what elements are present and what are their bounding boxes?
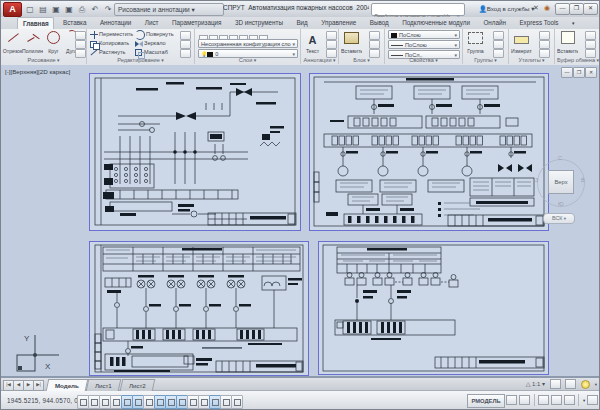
tab-online[interactable]: Онлайн	[479, 17, 511, 28]
schematic-sheet-3[interactable]	[89, 241, 309, 376]
create-block-tool-icon[interactable]	[369, 31, 380, 40]
save-as-icon[interactable]: ▣	[62, 3, 76, 16]
tab-insert[interactable]: Вставка	[59, 17, 91, 28]
viewcube-top-face[interactable]: Верх	[548, 170, 574, 194]
communication-center-icon[interactable]: ◉	[544, 4, 550, 12]
panel-draw-label[interactable]: Рисование	[1, 57, 86, 64]
ellipse-tool-icon[interactable]	[75, 40, 86, 49]
layer-state-dropdown[interactable]: Несохраненная конфигурация сло	[198, 39, 298, 48]
tab-parametric[interactable]: Параметризация	[167, 17, 225, 28]
viewcube[interactable]: С В Ю З Верх ВСК	[535, 155, 587, 227]
panel-annotation-label[interactable]: Аннотации	[301, 57, 338, 64]
mirror-button[interactable]: Зеркало	[135, 39, 166, 47]
quick-calc-tool-icon[interactable]	[539, 40, 550, 49]
panel-modify-label[interactable]: Редактирование	[87, 57, 194, 64]
application-menu-button[interactable]: A	[3, 2, 22, 17]
polyline-button[interactable]: Полилиния	[22, 30, 43, 56]
tab-plugins[interactable]: Подключенные модули	[398, 17, 475, 28]
line-button[interactable]: Отрезок	[2, 30, 23, 56]
schematic-sheet-1[interactable]	[89, 73, 301, 231]
viewcube-south[interactable]: Ю	[558, 201, 564, 207]
open-file-icon[interactable]: ▤	[36, 3, 50, 16]
annotation-visibility-icon[interactable]	[550, 379, 561, 389]
minimize-button[interactable]: —	[555, 3, 570, 15]
fillet-tool-icon[interactable]	[180, 40, 191, 49]
annotation-scale-button[interactable]: △ 1:1 ▾	[526, 379, 545, 390]
last-tab-arrow-icon[interactable]: ▶|	[33, 380, 44, 391]
group-edit-tool-icon[interactable]	[493, 40, 504, 49]
annotation-lightbulb-icon[interactable]	[581, 380, 590, 389]
dimension-tool-icon[interactable]	[326, 31, 337, 40]
autoscale-icon[interactable]	[565, 379, 576, 389]
rotate-button[interactable]: Повернуть	[135, 30, 174, 38]
edit-block-tool-icon[interactable]	[369, 40, 380, 49]
trim-tool-icon[interactable]	[180, 31, 191, 40]
doc-close-icon[interactable]: ✕	[585, 67, 597, 78]
quick-select-tool-icon[interactable]	[539, 31, 550, 40]
panel-properties-label[interactable]: Свойства	[385, 57, 462, 64]
text-button[interactable]: АТекст	[302, 30, 323, 56]
measure-button[interactable]: Измерить	[511, 30, 532, 56]
drawing-canvas[interactable]: [-][Верхняя][2D каркас] — ❐ ✕	[1, 65, 600, 378]
viewcube-north[interactable]: С	[558, 155, 562, 161]
group-button[interactable]: Группа	[465, 30, 486, 56]
wcs-dropdown[interactable]: ВСК	[543, 213, 575, 224]
restore-button[interactable]: ❐	[569, 3, 584, 15]
steering-wheel-icon[interactable]	[564, 395, 575, 405]
pan-icon[interactable]	[538, 395, 549, 405]
zoom-icon[interactable]	[551, 395, 562, 405]
object-color-dropdown[interactable]: ПоСлою	[388, 30, 460, 39]
copy-button[interactable]: Копировать	[90, 39, 129, 47]
panel-groups-label[interactable]: Группы	[463, 57, 508, 64]
cut-tool-icon[interactable]	[585, 31, 596, 40]
schematic-sheet-4[interactable]	[318, 241, 549, 375]
signin-dropdown[interactable]: 👤Вход в службы ▾	[479, 3, 534, 14]
move-button[interactable]: Переместить	[90, 30, 133, 38]
plot-icon[interactable]: ⎙	[75, 3, 89, 16]
undo-icon[interactable]: ↶	[88, 3, 102, 16]
tab-view[interactable]: Вид	[292, 17, 312, 28]
stretch-button[interactable]: Растянуть	[90, 48, 125, 56]
tab-output[interactable]: Вывод	[365, 17, 393, 28]
tab-layout[interactable]: Лист	[140, 17, 163, 28]
tray-arrow-icon[interactable]: ▾	[595, 379, 597, 390]
ribbon-state-toggle-icon[interactable]: ▾	[567, 17, 579, 28]
insert-block-button[interactable]: Вставить	[341, 30, 362, 56]
paste-button[interactable]: Вставить	[557, 30, 578, 56]
ungroup-tool-icon[interactable]	[493, 31, 504, 40]
rectangle-tool-icon[interactable]	[75, 31, 86, 40]
scale-button[interactable]: Масштаб	[135, 48, 168, 56]
new-file-icon[interactable]: ▢	[23, 3, 37, 16]
close-button[interactable]: ✕	[583, 3, 598, 15]
tab-layout2[interactable]: Лист2	[120, 379, 155, 391]
panel-block-label[interactable]: Блок	[339, 57, 384, 64]
doc-restore-icon[interactable]: ❐	[573, 67, 585, 78]
workspace-dropdown[interactable]: Рисование и аннотации ▾	[114, 3, 224, 16]
help-search-box[interactable]: ⌕	[371, 3, 465, 16]
tab-express-tools[interactable]: Express Tools	[515, 17, 563, 28]
doc-minimize-icon[interactable]: —	[561, 67, 573, 78]
tab-annotate[interactable]: Аннотации	[95, 17, 135, 28]
redo-icon[interactable]: ↷	[101, 3, 115, 16]
quick-view-layouts-icon[interactable]	[506, 395, 517, 405]
panel-layers-label[interactable]: Слои	[195, 57, 300, 64]
annotation-monitor-toggle[interactable]	[231, 395, 243, 409]
panel-utilities-label[interactable]: Утилиты	[509, 57, 554, 64]
quick-view-drawings-icon[interactable]	[519, 395, 530, 405]
tab-model[interactable]: Модель	[46, 379, 89, 391]
leader-tool-icon[interactable]	[326, 40, 337, 49]
tab-layout1[interactable]: Лист1	[86, 379, 121, 391]
exchange-apps-icon[interactable]: ✕	[533, 4, 539, 12]
status-options-arrow-icon[interactable]: ▾	[583, 398, 585, 403]
viewport-controls[interactable]: [-][Верхняя][2D каркас]	[5, 68, 70, 75]
schematic-sheet-2[interactable]	[309, 73, 549, 231]
panel-clipboard-label[interactable]: Буфер обмена	[555, 57, 600, 64]
lineweight-dropdown[interactable]: ПоСлою	[388, 40, 460, 49]
viewcube-east[interactable]: В	[581, 177, 585, 183]
tab-home[interactable]: Главная	[17, 17, 54, 29]
copy-clip-tool-icon[interactable]	[585, 40, 596, 49]
model-space-button[interactable]: РМОДЕЛЬ	[467, 394, 504, 408]
save-icon[interactable]: ▣	[49, 3, 63, 16]
tab-manage[interactable]: Управление	[317, 17, 361, 28]
tab-3d-tools[interactable]: 3D инструменты	[230, 17, 287, 28]
